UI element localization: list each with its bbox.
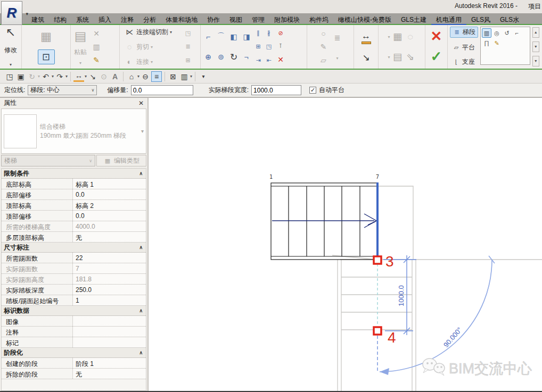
thin-lines-icon[interactable]: ≡ [151, 71, 162, 82]
tab-插入[interactable]: 插入 [94, 13, 116, 24]
delete-icon[interactable]: ✕ [275, 55, 286, 64]
property-value[interactable] [73, 327, 146, 337]
move-icon[interactable]: ⊕ [203, 52, 213, 62]
redo-caret-icon[interactable]: ▾ [65, 74, 68, 79]
trim-extend-multi-icon[interactable]: ⇤ [265, 56, 273, 64]
modify-cursor-icon[interactable]: ↖ [6, 27, 15, 38]
property-value[interactable]: 0.0 [73, 211, 146, 221]
split-element-icon[interactable]: ∥ [254, 30, 262, 37]
location-line-select[interactable]: 梯段: 中心 ∨ [28, 85, 97, 95]
switch-windows-icon[interactable]: ▥ [179, 71, 190, 82]
property-value[interactable]: 1 [73, 295, 146, 305]
landing-button[interactable]: ▱ 平台 [450, 43, 478, 53]
array-icon[interactable]: ⊞ [254, 43, 262, 51]
save-icon[interactable]: ▣ [15, 71, 26, 82]
support-button[interactable]: ⌊ 支座 [450, 57, 478, 67]
section-collapse-icon[interactable]: ∧ [139, 350, 143, 355]
section-collapse-icon[interactable]: ∧ [139, 171, 143, 176]
join-end-cut-button[interactable]: ⋉ 连接端切割 ▾ [122, 27, 174, 37]
tab-附加模块[interactable]: 附加模块 [269, 13, 305, 24]
application-menu-button[interactable]: R ▾ [1, 1, 22, 25]
pin-icon[interactable]: ⊺ [276, 42, 285, 49]
center-ends-spiral-icon[interactable]: ↺ [502, 28, 512, 38]
dimension-qat-icon[interactable]: ↘ [87, 71, 98, 82]
copy-icon[interactable]: ⊚ [216, 52, 226, 62]
l-shape-winder-icon[interactable]: ⌐ [512, 28, 522, 38]
switch-windows-caret-icon[interactable]: ▾ [190, 74, 192, 79]
cancel-edit-mode-button[interactable]: ✕ [431, 29, 442, 43]
properties-close-icon[interactable]: ✕ [138, 99, 144, 107]
mirror-pick-axis-icon[interactable]: ◧ [228, 32, 239, 41]
measure-qat-icon[interactable]: ↔ [73, 71, 84, 82]
redo-icon[interactable]: ↷ [54, 71, 65, 82]
property-value[interactable] [73, 337, 146, 347]
create-sketch-icon[interactable]: ✎ [492, 38, 502, 48]
drawing-canvas[interactable]: 1 7 1000.0 [149, 97, 542, 391]
property-value[interactable]: 无 [73, 232, 146, 242]
tab-机电通用[interactable]: 机电通用 [431, 13, 466, 25]
modify-label[interactable]: 修改 [4, 46, 17, 55]
width-dimension-text[interactable]: 1000.0 [397, 285, 405, 306]
tab-建筑[interactable]: 建筑 [27, 13, 49, 24]
full-step-spiral-icon[interactable]: ◎ [492, 28, 502, 38]
tab-体量和场地[interactable]: 体量和场地 [161, 13, 202, 24]
customize-qat-icon[interactable]: ▾ [198, 71, 209, 82]
tab-结构[interactable]: 结构 [49, 13, 71, 24]
section-header[interactable]: 阶段化∧ [2, 348, 146, 358]
gallery-scroll-down-icon[interactable]: ▼ [532, 41, 539, 52]
measure-caret-icon[interactable]: ▾ [85, 74, 87, 79]
tab-GLS土建[interactable]: GLS土建 [396, 13, 431, 24]
match-type-icon[interactable]: ✎ [91, 55, 102, 65]
trim-corner-icon[interactable]: ⌐ [241, 52, 252, 62]
mirror-draw-axis-icon[interactable]: ◨ [241, 32, 252, 41]
property-value[interactable]: 0.0 [73, 189, 146, 199]
property-value[interactable]: 250.0 [73, 285, 146, 295]
gallery-expand-icon[interactable]: ▼ [532, 56, 539, 66]
undo-caret-icon[interactable]: ▾ [52, 74, 54, 79]
section-header[interactable]: 标识数据∧ [2, 306, 146, 316]
finish-edit-mode-button[interactable]: ✓ [431, 48, 442, 64]
tab-管理[interactable]: 管理 [247, 13, 269, 24]
tab-构件坞[interactable]: 构件坞 [305, 13, 333, 24]
properties-toggle-icon[interactable]: ⊡ [38, 49, 55, 64]
property-value[interactable] [73, 316, 146, 326]
tab-GLS水[interactable]: GLS水 [495, 13, 524, 24]
default-3d-view-icon[interactable]: ⌂ [126, 71, 137, 82]
tab-GLS风[interactable]: GLS风 [466, 13, 495, 24]
offset-icon[interactable]: ⌒ [216, 32, 226, 41]
property-value[interactable]: 标高 2 [73, 200, 146, 210]
aligned-dimension-icon[interactable]: ↘ [361, 53, 372, 63]
property-value[interactable]: 7 [73, 263, 146, 273]
property-value[interactable]: 标高 1 [73, 179, 146, 189]
run-width-input[interactable] [251, 85, 301, 95]
3d-view-caret-icon[interactable]: ▾ [137, 74, 139, 79]
section-collapse-icon[interactable]: ∧ [139, 245, 143, 250]
scale-icon[interactable]: ◳ [265, 43, 273, 51]
tab-系统[interactable]: 系统 [71, 13, 94, 24]
run-button[interactable]: ≣ 梯段 [450, 27, 478, 38]
auto-landing-checkbox[interactable]: ✓ [309, 87, 316, 94]
property-value[interactable]: 22 [73, 253, 146, 263]
tab-协作[interactable]: 协作 [202, 13, 225, 24]
gallery-scroll-up-icon[interactable]: ▲ [532, 27, 539, 38]
split-with-gap-icon[interactable]: ∦ [265, 30, 273, 37]
tab-橄榄山快模-免费版[interactable]: 橄榄山快模-免费版 [333, 13, 396, 24]
unpin-icon[interactable]: ⊘ [276, 29, 285, 37]
section-collapse-icon[interactable]: ∧ [139, 308, 143, 313]
select-panel-caret-icon[interactable]: ▾ [10, 62, 12, 67]
property-value[interactable]: 4000.0 [73, 221, 146, 231]
straight-run-icon[interactable]: ▥ [482, 28, 491, 38]
section-icon[interactable]: ⊖ [140, 71, 151, 82]
tab-注释[interactable]: 注释 [116, 13, 138, 24]
text-icon[interactable]: A [110, 71, 120, 82]
property-value[interactable]: 阶段 1 [73, 358, 146, 368]
type-selector[interactable]: 组合楼梯 190mm 最大踢面 250mm 梯段 ▾ [1, 109, 146, 154]
property-value[interactable]: 181.8 [73, 274, 146, 284]
measure-tool[interactable]: ↔ [361, 31, 372, 44]
offset-input[interactable] [131, 85, 193, 95]
section-header[interactable]: 尺寸标注∧ [2, 243, 146, 253]
close-hidden-windows-icon[interactable]: ⊠ [168, 71, 178, 82]
trim-extend-single-icon[interactable]: ⇥ [254, 56, 262, 64]
property-value[interactable]: 无 [73, 369, 146, 379]
open-icon[interactable]: ◳ [4, 71, 15, 82]
